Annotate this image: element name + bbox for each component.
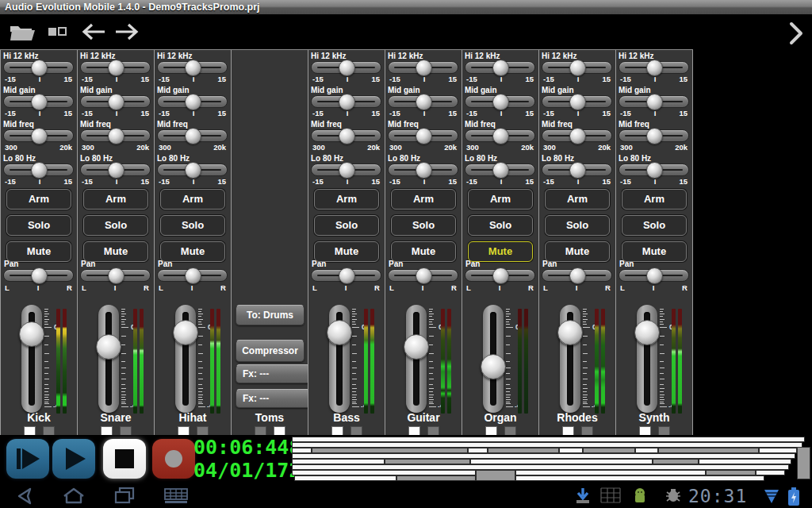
- arm-button[interactable]: Arm: [6, 189, 71, 210]
- pan-slider[interactable]: [465, 269, 535, 282]
- back-icon[interactable]: [13, 487, 36, 506]
- eq-slider-knob[interactable]: [646, 162, 663, 179]
- eq-slider-knob[interactable]: [569, 128, 586, 144]
- eq-slider-knob[interactable]: [185, 94, 201, 110]
- volume-fader[interactable]: [483, 305, 504, 413]
- open-project-icon[interactable]: [8, 20, 38, 44]
- eq-slider-knob[interactable]: [108, 60, 124, 76]
- volume-fader[interactable]: [329, 305, 350, 413]
- fader-knob[interactable]: [557, 320, 583, 345]
- solo-button[interactable]: Solo: [545, 215, 610, 236]
- eq-slider-2[interactable]: [619, 129, 689, 142]
- eq-slider-knob[interactable]: [108, 94, 124, 110]
- volume-fader[interactable]: [560, 305, 580, 413]
- eq-slider-2[interactable]: [157, 129, 228, 142]
- eq-slider-2[interactable]: [388, 129, 458, 142]
- arm-button[interactable]: Arm: [83, 189, 148, 210]
- pan-knob[interactable]: [492, 267, 509, 284]
- fx-slot-button[interactable]: Fx: ---: [236, 389, 311, 408]
- arm-button[interactable]: Arm: [545, 189, 610, 210]
- eq-slider-1[interactable]: [311, 95, 381, 108]
- fader-knob[interactable]: [19, 321, 44, 347]
- pan-knob[interactable]: [416, 267, 432, 284]
- pan-knob[interactable]: [339, 267, 355, 284]
- eq-slider-knob[interactable]: [339, 128, 355, 144]
- compressor-button[interactable]: Compressor: [236, 340, 304, 362]
- eq-slider-3[interactable]: [311, 164, 381, 176]
- eq-slider-knob[interactable]: [569, 60, 586, 76]
- eq-slider-1[interactable]: [542, 95, 612, 108]
- volume-fader[interactable]: [637, 305, 657, 413]
- eq-slider-knob[interactable]: [492, 60, 509, 76]
- arrow-right-icon[interactable]: [113, 20, 141, 44]
- arm-button[interactable]: Arm: [160, 189, 225, 210]
- eq-slider-knob[interactable]: [185, 128, 201, 144]
- pan-slider[interactable]: [388, 269, 458, 282]
- pan-slider[interactable]: [157, 269, 228, 282]
- eq-slider-0[interactable]: [388, 61, 458, 74]
- pan-slider[interactable]: [3, 269, 74, 282]
- play-button[interactable]: [52, 439, 95, 479]
- arm-button[interactable]: Arm: [314, 189, 379, 210]
- eq-slider-3[interactable]: [388, 164, 458, 176]
- eq-slider-knob[interactable]: [108, 162, 124, 179]
- solo-button[interactable]: Solo: [314, 215, 379, 236]
- overview-scroll-handle[interactable]: [797, 447, 810, 479]
- eq-slider-0[interactable]: [465, 61, 535, 74]
- eq-slider-1[interactable]: [80, 95, 151, 108]
- solo-button[interactable]: Solo: [622, 215, 687, 236]
- status-clock[interactable]: 20:31: [688, 486, 747, 506]
- eq-slider-knob[interactable]: [339, 162, 355, 179]
- eq-slider-knob[interactable]: [339, 60, 355, 76]
- recent-apps-icon[interactable]: [113, 487, 136, 506]
- eq-slider-knob[interactable]: [339, 94, 355, 110]
- pan-knob[interactable]: [31, 267, 48, 284]
- eq-slider-knob[interactable]: [646, 60, 663, 76]
- eq-slider-3[interactable]: [80, 164, 151, 176]
- volume-fader[interactable]: [98, 305, 119, 413]
- eq-slider-knob[interactable]: [31, 60, 48, 76]
- volume-fader[interactable]: [21, 305, 42, 413]
- eq-slider-knob[interactable]: [646, 128, 663, 144]
- record-button[interactable]: [152, 439, 195, 479]
- eq-slider-0[interactable]: [157, 61, 228, 74]
- solo-button[interactable]: Solo: [6, 215, 71, 236]
- eq-slider-3[interactable]: [157, 164, 228, 176]
- arm-button[interactable]: Arm: [622, 189, 687, 210]
- fader-knob[interactable]: [96, 334, 121, 360]
- eq-slider-0[interactable]: [619, 61, 689, 74]
- pan-knob[interactable]: [185, 267, 201, 284]
- arm-button[interactable]: Arm: [391, 189, 456, 210]
- eq-slider-knob[interactable]: [416, 162, 432, 179]
- volume-fader[interactable]: [406, 305, 427, 413]
- eq-slider-knob[interactable]: [31, 94, 48, 110]
- eq-slider-knob[interactable]: [185, 60, 201, 76]
- pan-slider[interactable]: [542, 269, 612, 282]
- stop-button[interactable]: [103, 439, 146, 479]
- eq-slider-knob[interactable]: [31, 128, 48, 144]
- volume-fader[interactable]: [175, 305, 196, 413]
- eq-slider-2[interactable]: [3, 129, 74, 142]
- fader-knob[interactable]: [404, 334, 429, 360]
- pan-knob[interactable]: [108, 267, 124, 284]
- eq-slider-1[interactable]: [619, 95, 689, 108]
- eq-slider-knob[interactable]: [108, 128, 124, 144]
- eq-slider-knob[interactable]: [416, 128, 432, 144]
- scroll-right-chevron-icon[interactable]: [787, 21, 806, 46]
- eq-slider-knob[interactable]: [569, 162, 586, 179]
- fader-knob[interactable]: [634, 320, 660, 345]
- eq-slider-2[interactable]: [80, 129, 151, 142]
- view-toggle-icon[interactable]: [46, 20, 70, 44]
- bus-routing-button[interactable]: To: Drums: [236, 305, 304, 325]
- solo-button[interactable]: Solo: [83, 215, 148, 236]
- keyboard-icon[interactable]: [163, 487, 189, 506]
- eq-slider-knob[interactable]: [31, 162, 48, 179]
- solo-button[interactable]: Solo: [160, 215, 225, 236]
- pan-slider[interactable]: [619, 269, 689, 282]
- eq-slider-knob[interactable]: [569, 94, 586, 110]
- eq-slider-1[interactable]: [465, 95, 535, 108]
- pan-slider[interactable]: [311, 269, 381, 282]
- eq-slider-0[interactable]: [3, 61, 74, 74]
- eq-slider-1[interactable]: [388, 95, 458, 108]
- eq-slider-2[interactable]: [311, 129, 381, 142]
